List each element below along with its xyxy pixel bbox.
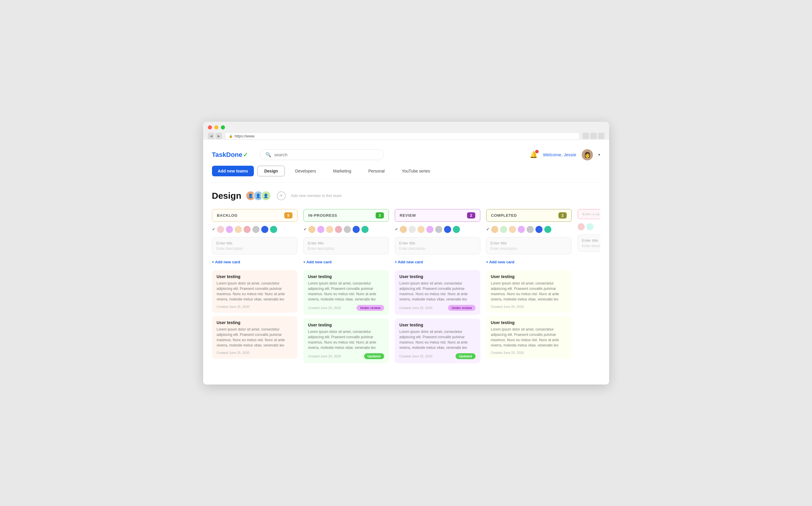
new-card-area-backlog: Enter title Enter description [212,237,297,254]
task-card[interactable]: User testing Lorem ipsum dolor sit amet,… [212,316,297,358]
browser-toolbar: ◀ ▶ 🔒 https://www. [208,133,605,140]
task-card[interactable]: User testing Lorem ipsum dolor sit amet,… [303,319,389,363]
swatch-backlog-5[interactable] [252,226,260,233]
new-card-title-review[interactable]: Enter title [399,241,476,245]
task-date: Created June 25, 2020 [491,351,524,354]
swatch-review-6[interactable] [444,226,451,233]
task-footer: Created June 25, 2020 Updated [308,353,384,359]
new-card-area-inprogress: Enter title Enter description [303,237,389,254]
avatar-emoji: 👩 [584,152,591,158]
swatch-backlog-7[interactable] [270,226,277,233]
tab-personal[interactable]: Personal [361,166,391,176]
logo[interactable]: TaskDone ✓ [212,151,248,159]
forward-button[interactable]: ▶ [215,133,222,139]
swatch-completed-7[interactable] [544,226,551,233]
task-footer: Created June 25, 2020 [217,351,293,354]
add-new-teams-button[interactable]: Add new teams [212,166,254,176]
task-card[interactable]: User testing Lorem ipsum dolor sit amet,… [486,270,572,313]
browser-btn-2[interactable] [590,133,597,139]
new-card-title-completed[interactable]: Enter title [490,241,567,245]
column-header-backlog: BACKLOG 5 [212,209,297,222]
swatch-backlog-1[interactable] [217,226,224,233]
swatch-completed-6[interactable] [535,226,543,233]
swatch-inprogress-3[interactable] [326,226,333,233]
new-card-title-inprogress[interactable]: Enter title [308,241,384,245]
swatch-backlog-2[interactable] [226,226,233,233]
browser-btn-1[interactable] [582,133,589,139]
address-bar[interactable]: 🔒 https://www. [225,133,580,140]
swatch-review-4[interactable] [426,226,433,233]
chevron-down-icon[interactable]: ▾ [598,153,600,157]
tab-youtube[interactable]: YouTube series [395,166,437,176]
new-card-title-backlog[interactable]: Enter title [216,241,293,245]
swatch-inprogress-5[interactable] [344,226,351,233]
new-card-desc-backlog[interactable]: Enter description [216,247,293,251]
add-card-button-inprogress[interactable]: + Add new card [303,259,332,265]
add-card-button-backlog[interactable]: + Add new card [212,259,240,265]
minimize-button[interactable] [214,125,218,130]
close-button[interactable] [208,125,212,130]
task-card[interactable]: User testing Lorem ipsum dolor sit amet,… [486,316,572,358]
swatch-new-1[interactable] [577,223,585,230]
task-badge-under-review: Under review [448,305,475,311]
column-header-completed: COMPLETED 2 [486,209,572,222]
check-icon-review: ✓ [395,227,398,232]
swatch-inprogress-2[interactable] [317,226,324,233]
tab-developers[interactable]: Developers [288,166,323,176]
tab-marketing[interactable]: Marketing [327,166,358,176]
add-card-button-review[interactable]: + Add new card [395,259,423,265]
task-card[interactable]: User testing Lorem ipsum dolor sit amet,… [395,270,480,315]
column-title-new: Enter a ne... [582,212,600,216]
notification-button[interactable]: 🔔 [530,151,538,159]
swatch-inprogress-4[interactable] [335,226,342,233]
task-card[interactable]: User testing Lorem ipsum dolor sit amet,… [395,319,480,363]
task-date: Created June 25, 2020 [491,305,524,309]
swatch-completed-3[interactable] [509,226,516,233]
task-badge-updated: Updated [456,353,475,359]
swatch-review-3[interactable] [418,226,425,233]
column-backlog: BACKLOG 5 ✓ Enter title [212,209,297,367]
swatch-backlog-4[interactable] [244,226,251,233]
swatch-review-2[interactable] [409,226,416,233]
new-card-desc-inprogress[interactable]: Enter description [308,247,384,251]
task-footer: Created June 25, 2020 Under review [399,305,475,311]
swatch-review-5[interactable] [435,226,442,233]
swatch-new-2[interactable] [587,223,594,230]
swatch-review-7[interactable] [453,226,460,233]
column-title-inprogress: IN-PROGRESS [308,213,337,218]
browser-btn-3[interactable] [598,133,605,139]
new-card-title-new[interactable]: Enter title [582,238,600,243]
swatch-completed-1[interactable] [491,226,498,233]
new-card-desc-review[interactable]: Enter description [399,247,476,251]
swatch-review-1[interactable] [400,226,407,233]
column-inprogress: IN-PROGRESS 3 ✓ Enter title [303,209,389,367]
swatch-completed-5[interactable] [527,226,534,233]
swatch-inprogress-1[interactable] [308,226,315,233]
task-title: User testing [217,320,293,325]
search-input[interactable] [274,152,378,157]
maximize-button[interactable] [221,125,225,130]
new-card-desc-new[interactable]: Enter descri... [582,244,600,248]
add-member-button[interactable]: + [277,191,286,200]
swatch-inprogress-7[interactable] [361,226,369,233]
kanban-board: BACKLOG 5 ✓ Enter title [212,209,600,370]
task-card[interactable]: User testing Lorem ipsum dolor sit amet,… [212,270,297,313]
column-title-completed: COMPLETED [491,213,517,218]
tab-design[interactable]: Design [257,166,285,176]
swatch-backlog-3[interactable] [235,226,242,233]
search-icon: 🔍 [265,152,271,158]
swatch-completed-2[interactable] [500,226,507,233]
avatar[interactable]: 👩 [582,149,593,160]
search-bar[interactable]: 🔍 [260,149,384,160]
swatch-completed-4[interactable] [518,226,525,233]
task-card[interactable]: User testing Lorem ipsum dolor sit amet,… [303,270,389,315]
back-button[interactable]: ◀ [208,133,214,139]
add-card-button-completed[interactable]: + Add new card [486,259,515,265]
task-date: Created June 25, 2020 [308,306,341,310]
column-count-backlog: 5 [284,212,292,219]
swatch-backlog-6[interactable] [261,226,268,233]
new-card-desc-completed[interactable]: Enter description [490,247,567,251]
swatch-inprogress-6[interactable] [353,226,360,233]
task-footer: Created June 25, 2020 Updated [399,353,475,359]
browser-action-buttons [582,133,605,139]
